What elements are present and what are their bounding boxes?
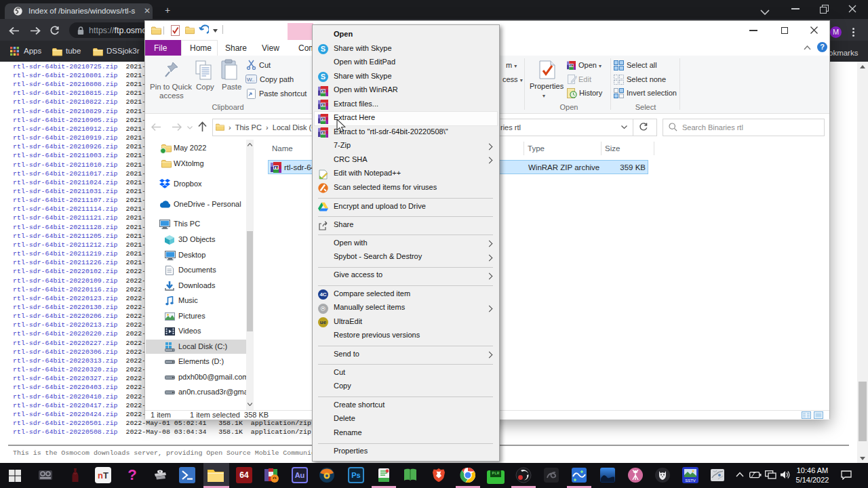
svg-text:W..: W.. <box>247 77 255 83</box>
svg-text:SSTV: SSTV <box>685 479 696 483</box>
